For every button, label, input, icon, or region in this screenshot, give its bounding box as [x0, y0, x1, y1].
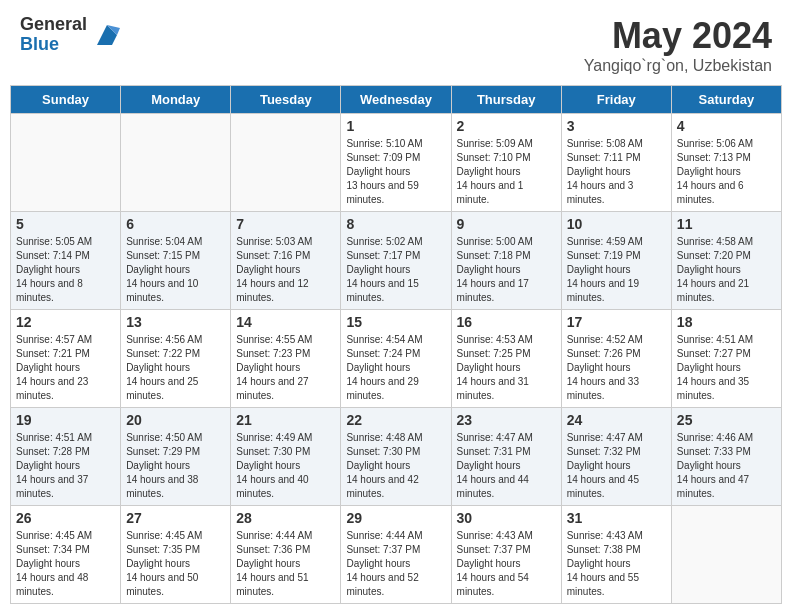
cell-info: Sunrise: 4:52 AMSunset: 7:26 PMDaylight … [567, 333, 666, 403]
day-number: 18 [677, 314, 776, 330]
day-number: 4 [677, 118, 776, 134]
day-number: 19 [16, 412, 115, 428]
day-header-saturday: Saturday [671, 86, 781, 114]
cell-info: Sunrise: 4:49 AMSunset: 7:30 PMDaylight … [236, 431, 335, 501]
week-row-5: 26Sunrise: 4:45 AMSunset: 7:34 PMDayligh… [11, 506, 782, 604]
cal-cell: 27Sunrise: 4:45 AMSunset: 7:35 PMDayligh… [121, 506, 231, 604]
cal-cell: 26Sunrise: 4:45 AMSunset: 7:34 PMDayligh… [11, 506, 121, 604]
cell-info: Sunrise: 4:53 AMSunset: 7:25 PMDaylight … [457, 333, 556, 403]
cal-cell: 7Sunrise: 5:03 AMSunset: 7:16 PMDaylight… [231, 212, 341, 310]
day-number: 6 [126, 216, 225, 232]
day-number: 11 [677, 216, 776, 232]
cal-cell [11, 114, 121, 212]
day-number: 13 [126, 314, 225, 330]
cal-cell: 5Sunrise: 5:05 AMSunset: 7:14 PMDaylight… [11, 212, 121, 310]
cal-cell: 17Sunrise: 4:52 AMSunset: 7:26 PMDayligh… [561, 310, 671, 408]
cal-cell: 25Sunrise: 4:46 AMSunset: 7:33 PMDayligh… [671, 408, 781, 506]
cal-cell: 1Sunrise: 5:10 AMSunset: 7:09 PMDaylight… [341, 114, 451, 212]
day-number: 10 [567, 216, 666, 232]
week-row-4: 19Sunrise: 4:51 AMSunset: 7:28 PMDayligh… [11, 408, 782, 506]
day-number: 23 [457, 412, 556, 428]
cell-info: Sunrise: 4:59 AMSunset: 7:19 PMDaylight … [567, 235, 666, 305]
title-section: May 2024 Yangiqo`rg`on, Uzbekistan [584, 15, 772, 75]
cal-cell: 13Sunrise: 4:56 AMSunset: 7:22 PMDayligh… [121, 310, 231, 408]
day-number: 27 [126, 510, 225, 526]
cal-cell: 31Sunrise: 4:43 AMSunset: 7:38 PMDayligh… [561, 506, 671, 604]
cal-cell: 8Sunrise: 5:02 AMSunset: 7:17 PMDaylight… [341, 212, 451, 310]
week-row-3: 12Sunrise: 4:57 AMSunset: 7:21 PMDayligh… [11, 310, 782, 408]
day-header-monday: Monday [121, 86, 231, 114]
cal-cell: 23Sunrise: 4:47 AMSunset: 7:31 PMDayligh… [451, 408, 561, 506]
cell-info: Sunrise: 4:44 AMSunset: 7:37 PMDaylight … [346, 529, 445, 599]
cal-cell: 12Sunrise: 4:57 AMSunset: 7:21 PMDayligh… [11, 310, 121, 408]
day-number: 24 [567, 412, 666, 428]
cal-cell: 29Sunrise: 4:44 AMSunset: 7:37 PMDayligh… [341, 506, 451, 604]
logo-general: General [20, 15, 87, 35]
cell-info: Sunrise: 5:08 AMSunset: 7:11 PMDaylight … [567, 137, 666, 207]
cal-cell: 15Sunrise: 4:54 AMSunset: 7:24 PMDayligh… [341, 310, 451, 408]
month-title: May 2024 [584, 15, 772, 57]
day-header-thursday: Thursday [451, 86, 561, 114]
day-number: 30 [457, 510, 556, 526]
logo-blue: Blue [20, 35, 87, 55]
day-header-sunday: Sunday [11, 86, 121, 114]
cell-info: Sunrise: 5:02 AMSunset: 7:17 PMDaylight … [346, 235, 445, 305]
cal-cell: 28Sunrise: 4:44 AMSunset: 7:36 PMDayligh… [231, 506, 341, 604]
cal-cell: 2Sunrise: 5:09 AMSunset: 7:10 PMDaylight… [451, 114, 561, 212]
day-number: 26 [16, 510, 115, 526]
cell-info: Sunrise: 5:09 AMSunset: 7:10 PMDaylight … [457, 137, 556, 207]
day-number: 22 [346, 412, 445, 428]
day-number: 21 [236, 412, 335, 428]
day-header-friday: Friday [561, 86, 671, 114]
cal-cell: 21Sunrise: 4:49 AMSunset: 7:30 PMDayligh… [231, 408, 341, 506]
day-number: 31 [567, 510, 666, 526]
day-number: 17 [567, 314, 666, 330]
cal-cell: 24Sunrise: 4:47 AMSunset: 7:32 PMDayligh… [561, 408, 671, 506]
cell-info: Sunrise: 4:54 AMSunset: 7:24 PMDaylight … [346, 333, 445, 403]
cal-cell: 20Sunrise: 4:50 AMSunset: 7:29 PMDayligh… [121, 408, 231, 506]
day-number: 7 [236, 216, 335, 232]
cal-cell: 18Sunrise: 4:51 AMSunset: 7:27 PMDayligh… [671, 310, 781, 408]
cal-cell: 9Sunrise: 5:00 AMSunset: 7:18 PMDaylight… [451, 212, 561, 310]
day-header-wednesday: Wednesday [341, 86, 451, 114]
cell-info: Sunrise: 5:04 AMSunset: 7:15 PMDaylight … [126, 235, 225, 305]
day-number: 14 [236, 314, 335, 330]
cell-info: Sunrise: 4:55 AMSunset: 7:23 PMDaylight … [236, 333, 335, 403]
day-number: 20 [126, 412, 225, 428]
cell-info: Sunrise: 4:43 AMSunset: 7:38 PMDaylight … [567, 529, 666, 599]
page-container: General Blue May 2024 Yangiqo`rg`on, Uzb… [0, 0, 792, 604]
cal-cell: 3Sunrise: 5:08 AMSunset: 7:11 PMDaylight… [561, 114, 671, 212]
cal-cell [121, 114, 231, 212]
logo-text: General Blue [20, 15, 87, 55]
cell-info: Sunrise: 5:05 AMSunset: 7:14 PMDaylight … [16, 235, 115, 305]
header: General Blue May 2024 Yangiqo`rg`on, Uzb… [0, 0, 792, 85]
day-number: 2 [457, 118, 556, 134]
cell-info: Sunrise: 4:45 AMSunset: 7:34 PMDaylight … [16, 529, 115, 599]
cal-cell [671, 506, 781, 604]
cell-info: Sunrise: 4:47 AMSunset: 7:32 PMDaylight … [567, 431, 666, 501]
cell-info: Sunrise: 4:56 AMSunset: 7:22 PMDaylight … [126, 333, 225, 403]
day-number: 5 [16, 216, 115, 232]
cell-info: Sunrise: 4:50 AMSunset: 7:29 PMDaylight … [126, 431, 225, 501]
cell-info: Sunrise: 5:06 AMSunset: 7:13 PMDaylight … [677, 137, 776, 207]
day-number: 25 [677, 412, 776, 428]
cal-cell: 4Sunrise: 5:06 AMSunset: 7:13 PMDaylight… [671, 114, 781, 212]
cell-info: Sunrise: 4:44 AMSunset: 7:36 PMDaylight … [236, 529, 335, 599]
cell-info: Sunrise: 4:48 AMSunset: 7:30 PMDaylight … [346, 431, 445, 501]
cal-cell: 14Sunrise: 4:55 AMSunset: 7:23 PMDayligh… [231, 310, 341, 408]
day-number: 16 [457, 314, 556, 330]
day-number: 3 [567, 118, 666, 134]
day-number: 12 [16, 314, 115, 330]
cal-cell: 22Sunrise: 4:48 AMSunset: 7:30 PMDayligh… [341, 408, 451, 506]
location: Yangiqo`rg`on, Uzbekistan [584, 57, 772, 75]
day-number: 8 [346, 216, 445, 232]
cal-cell: 6Sunrise: 5:04 AMSunset: 7:15 PMDaylight… [121, 212, 231, 310]
week-row-2: 5Sunrise: 5:05 AMSunset: 7:14 PMDaylight… [11, 212, 782, 310]
cal-cell: 19Sunrise: 4:51 AMSunset: 7:28 PMDayligh… [11, 408, 121, 506]
cell-info: Sunrise: 4:51 AMSunset: 7:28 PMDaylight … [16, 431, 115, 501]
cal-cell: 16Sunrise: 4:53 AMSunset: 7:25 PMDayligh… [451, 310, 561, 408]
cell-info: Sunrise: 4:46 AMSunset: 7:33 PMDaylight … [677, 431, 776, 501]
day-number: 28 [236, 510, 335, 526]
day-number: 1 [346, 118, 445, 134]
cell-info: Sunrise: 4:43 AMSunset: 7:37 PMDaylight … [457, 529, 556, 599]
